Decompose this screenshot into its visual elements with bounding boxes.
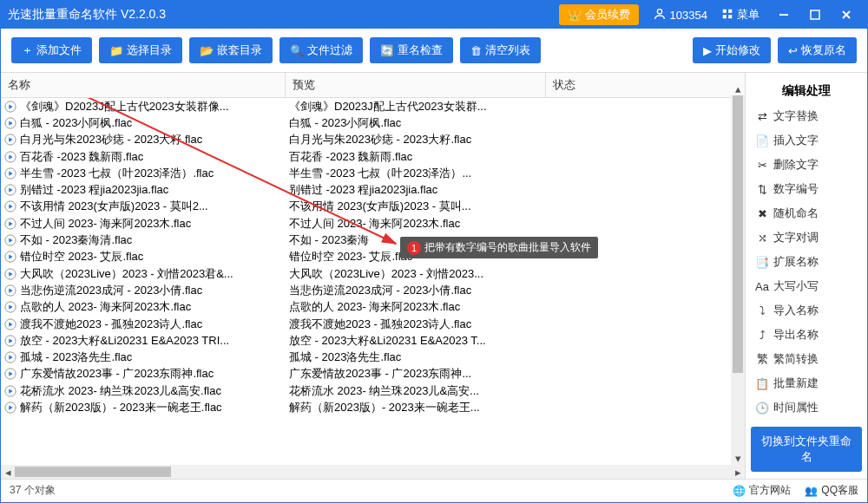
table-row[interactable]: 别错过 -2023 程jia2023jia.flac别错过 -2023 程jia… (1, 181, 745, 198)
sidebar-item-number[interactable]: ⇅数字编号 (751, 177, 862, 201)
close-button[interactable] (832, 4, 860, 25)
select-dir-button[interactable]: 📁选择目录 (99, 37, 182, 63)
cell-preview: 当悲伤逆流2023成河 - 2023小倩.flac (286, 283, 546, 298)
file-list-panel: 名称 预览 状态 《剑魂》D2023J配上古代2023女装群像...《剑魂》D2… (1, 73, 746, 479)
audio-file-icon (4, 151, 16, 163)
sidebar-item-swap[interactable]: ⤭文字对调 (751, 225, 862, 250)
audio-file-icon (4, 200, 16, 212)
scroll-up-arrow[interactable]: ▴ (731, 82, 745, 95)
sidebar-title: 编辑处理 (751, 80, 862, 102)
minimize-button[interactable] (770, 4, 798, 25)
table-row[interactable]: 《剑魂》D2023J配上古代2023女装群像...《剑魂》D2023J配上古代2… (1, 98, 745, 114)
audio-file-icon (4, 402, 16, 414)
table-row[interactable]: 不如 - 2023秦海清.flac不如 - 2023秦海 (1, 232, 745, 248)
nested-dir-button[interactable]: 📂嵌套目录 (189, 37, 273, 63)
table-row[interactable]: 半生雪 -2023 七叔（叶2023泽浩）.flac半生雪 -2023 七叔（叶… (1, 165, 745, 181)
insert-icon: 📄 (756, 134, 768, 147)
cell-preview: 白狐 - 2023小阿枫.flac (286, 115, 546, 131)
app-title: 光速批量重命名软件 V2.2.0.3 (8, 7, 559, 23)
main-area: 名称 预览 状态 《剑魂》D2023J配上古代2023女装群像...《剑魂》D2… (1, 73, 867, 479)
column-preview[interactable]: 预览 (286, 73, 546, 97)
table-row[interactable]: 渡我不渡她2023 - 孤独2023诗人.flac渡我不渡她2023 - 孤独2… (1, 316, 745, 332)
statusbar: 37 个对象 🌐 官方网站 👥 QQ客服 (1, 479, 867, 501)
column-status[interactable]: 状态 (546, 73, 745, 97)
sidebar-item-batch[interactable]: 📋批量新建 (751, 371, 862, 395)
clear-list-button[interactable]: 🗑清空列表 (460, 37, 541, 63)
vip-renew-button[interactable]: 👑 会员续费 (559, 4, 639, 25)
file-name-text: 白狐 - 2023小阿枫.flac (20, 115, 132, 131)
table-row[interactable]: 孤城 - 2023洛先生.flac孤城 - 2023洛先生.flac (1, 349, 745, 365)
table-row[interactable]: 广东爱情故2023事 - 广2023东雨神.flac广东爱情故2023事 - 广… (1, 366, 745, 382)
sidebar-item-convert[interactable]: 繁繁简转换 (751, 347, 862, 371)
cell-name: 点歌的人 2023- 海来阿2023木.flac (1, 299, 286, 315)
restore-name-button[interactable]: ↩恢复原名 (778, 37, 857, 63)
file-filter-button[interactable]: 🔍文件过滤 (279, 37, 363, 63)
column-name[interactable]: 名称 (1, 73, 286, 97)
user-account[interactable]: 103354 (653, 7, 707, 23)
audio-file-icon (4, 335, 16, 347)
table-row[interactable]: 错位时空 2023- 艾辰.flac错位时空 2023- 艾辰.flac (1, 249, 745, 265)
scroll-down-arrow[interactable]: ▾ (731, 451, 745, 465)
add-file-button[interactable]: ＋添加文件 (11, 37, 92, 63)
file-name-text: 别错过 -2023 程jia2023jia.flac (20, 182, 168, 198)
sidebar-item-replace[interactable]: ⇄文字替换 (751, 104, 862, 128)
crown-icon: 👑 (568, 9, 582, 22)
filter-icon: 🔍 (290, 44, 304, 57)
tooltip-text: 把带有数字编号的歌曲批量导入软件 (424, 240, 591, 255)
cell-name: 渡我不渡她2023 - 孤独2023诗人.flac (1, 317, 286, 332)
switch-mode-button[interactable]: 切换到文件夹重命名 (751, 427, 862, 472)
list-body[interactable]: 《剑魂》D2023J配上古代2023女装群像...《剑魂》D2023J配上古代2… (1, 98, 745, 465)
table-row[interactable]: 点歌的人 2023- 海来阿2023木.flac点歌的人 2023- 海来阿20… (1, 299, 745, 316)
horizontal-scroll-thumb[interactable] (15, 467, 171, 477)
official-site-link[interactable]: 🌐 官方网站 (733, 483, 791, 498)
file-name-text: 白月光与朱2023砂痣 - 2023大籽.flac (20, 132, 202, 147)
cell-preview: 《剑魂》D2023J配上古代2023女装群... (286, 99, 546, 114)
vertical-scrollbar[interactable]: ▴ ▾ (731, 95, 745, 465)
cell-preview: 广东爱情故2023事 - 广2023东雨神... (286, 366, 546, 382)
file-name-text: 解药（新2023版）- 2023来一碗老王.flac (20, 400, 222, 415)
table-row[interactable]: 大风吹（2023Live）2023 - 刘惜2023君&...大风吹（2023L… (1, 265, 745, 282)
cell-name: 当悲伤逆流2023成河 - 2023小倩.flac (1, 283, 286, 298)
table-row[interactable]: 白狐 - 2023小阿枫.flac白狐 - 2023小阿枫.flac (1, 114, 745, 131)
audio-file-icon (4, 117, 16, 129)
sidebar-item-time[interactable]: 🕒时间属性 (751, 395, 862, 420)
sidebar: 编辑处理 ⇄文字替换📄插入文字✂删除文字⇅数字编号✖随机命名⤭文字对调📑扩展名称… (746, 73, 867, 479)
window-controls (770, 4, 860, 25)
sidebar-item-ext[interactable]: 📑扩展名称 (751, 250, 862, 274)
sidebar-item-insert[interactable]: 📄插入文字 (751, 128, 862, 153)
cell-name: 百花香 -2023 魏新雨.flac (1, 149, 286, 165)
table-row[interactable]: 解药（新2023版）- 2023来一碗老王.flac解药（新2023版）- 20… (1, 399, 745, 415)
table-row[interactable]: 当悲伤逆流2023成河 - 2023小倩.flac当悲伤逆流2023成河 - 2… (1, 282, 745, 298)
menu-button[interactable]: 菜单 (721, 7, 760, 23)
sidebar-item-import[interactable]: ⤵导入名称 (751, 298, 862, 323)
vertical-scroll-thumb[interactable] (733, 95, 743, 373)
sidebar-item-case[interactable]: Aa大写小写 (751, 274, 862, 298)
toolbar: ＋添加文件 📁选择目录 📂嵌套目录 🔍文件过滤 🔄重名检查 🗑清空列表 ▶开始修… (1, 29, 867, 73)
table-row[interactable]: 百花香 -2023 魏新雨.flac百花香 -2023 魏新雨.flac (1, 148, 745, 165)
sidebar-item-export[interactable]: ⤴导出名称 (751, 323, 862, 347)
svg-rect-2 (728, 9, 732, 12)
sidebar-item-random[interactable]: ✖随机命名 (751, 201, 862, 225)
sidebar-item-label: 导入名称 (773, 303, 819, 318)
table-row[interactable]: 白月光与朱2023砂痣 - 2023大籽.flac白月光与朱2023砂痣 - 2… (1, 132, 745, 148)
qq-support-link[interactable]: 👥 QQ客服 (805, 483, 858, 498)
name-check-button[interactable]: 🔄重名检查 (370, 37, 453, 63)
horizontal-scrollbar[interactable]: ◂ ▸ (1, 465, 745, 479)
table-row[interactable]: 不该用情 2023(女声版)2023 - 莫叫2...不该用情 2023(女声版… (1, 199, 745, 215)
play-icon: ▶ (703, 44, 712, 57)
file-name-text: 不过人间 2023- 海来阿2023木.flac (20, 216, 191, 232)
table-row[interactable]: 花桥流水 2023- 纳兰珠2023儿&高安.flac花桥流水 2023- 纳兰… (1, 382, 745, 399)
file-name-text: 半生雪 -2023 七叔（叶2023泽浩）.flac (20, 166, 214, 181)
maximize-button[interactable] (801, 4, 829, 25)
sidebar-item-label: 数字编号 (773, 181, 819, 197)
start-modify-button[interactable]: ▶开始修改 (693, 37, 771, 63)
scroll-left-arrow[interactable]: ◂ (1, 465, 15, 479)
sidebar-item-label: 大写小写 (773, 278, 819, 294)
sidebar-item-delete[interactable]: ✂删除文字 (751, 153, 862, 177)
table-row[interactable]: 放空 - 2023大籽&Li20231 E&A2023 TRI...放空 - 2… (1, 332, 745, 349)
table-row[interactable]: 不过人间 2023- 海来阿2023木.flac不过人间 2023- 海来阿20… (1, 215, 745, 232)
audio-file-icon (4, 184, 16, 196)
cell-name: 花桥流水 2023- 纳兰珠2023儿&高安.flac (1, 383, 286, 399)
scroll-right-arrow[interactable]: ▸ (731, 465, 745, 479)
ext-icon: 📑 (756, 256, 768, 268)
